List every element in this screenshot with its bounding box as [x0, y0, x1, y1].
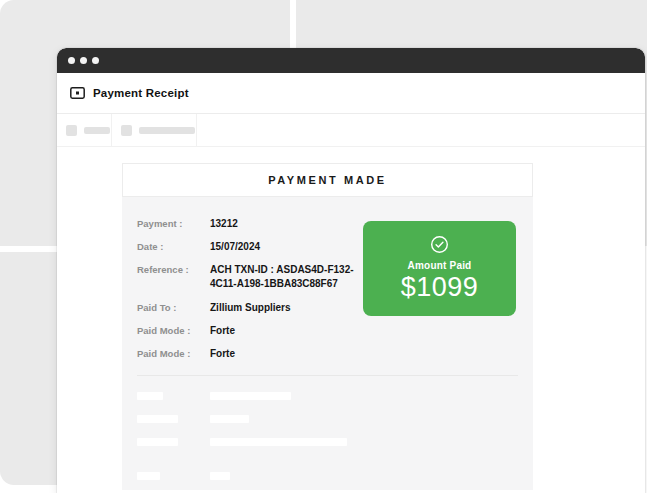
detail-label: Paid To : [137, 302, 210, 314]
skeleton-section [137, 392, 518, 490]
app-header: Payment Receipt [57, 73, 645, 114]
tab-placeholder-1[interactable] [57, 114, 112, 146]
skeleton-bar [210, 472, 230, 480]
page-title: Payment Receipt [93, 87, 189, 99]
skeleton-row [137, 472, 518, 480]
window-control-maximize-icon[interactable] [92, 57, 99, 64]
amount-paid-label: Amount Paid [408, 260, 472, 271]
tab-strip [57, 114, 645, 147]
browser-window: Payment Receipt PAYMENT MADE Payment : 1… [57, 48, 645, 493]
skeleton-row [137, 415, 518, 423]
section-divider [137, 375, 518, 376]
detail-label: Date : [137, 241, 210, 253]
detail-value: ACH TXN-ID : ASDAS4D-F132-4C11-A198-1BBA… [210, 263, 362, 291]
detail-label: Payment : [137, 218, 210, 230]
skeleton-row [137, 438, 518, 446]
detail-value: 15/07/2024 [210, 241, 260, 253]
tab-label-placeholder [139, 127, 195, 134]
window-titlebar [57, 48, 645, 73]
skeleton-bar [210, 392, 291, 400]
window-control-minimize-icon[interactable] [80, 57, 87, 64]
detail-value: Zillium Suppliers [210, 302, 291, 314]
tab-label-placeholder [84, 127, 110, 134]
receipt-body: Payment : 13212 Date : 15/07/2024 Refere… [122, 197, 533, 490]
skeleton-row [137, 392, 518, 400]
tab-icon-placeholder [66, 125, 77, 136]
detail-value: Forte [210, 348, 235, 360]
check-circle-icon [430, 235, 449, 254]
receipt-title: PAYMENT MADE [268, 174, 387, 186]
detail-label: Reference : [137, 264, 210, 276]
detail-row-paid-mode: Paid Mode : Forte [137, 325, 518, 337]
amount-paid-card: Amount Paid $1099 [363, 221, 516, 316]
detail-label: Paid Mode : [137, 325, 210, 337]
receipt-header: PAYMENT MADE [122, 163, 533, 197]
amount-paid-value: $1099 [401, 272, 479, 303]
detail-value: 13212 [210, 218, 238, 230]
detail-label: Paid Mode : [137, 348, 210, 360]
receipt-card: PAYMENT MADE Payment : 13212 Date : 15/0… [122, 163, 533, 490]
window-control-close-icon[interactable] [68, 57, 75, 64]
tab-placeholder-2[interactable] [112, 114, 197, 146]
tab-icon-placeholder [121, 125, 132, 136]
detail-value: Forte [210, 325, 235, 337]
payment-receipt-icon [70, 87, 85, 99]
detail-row-paid-mode-2: Paid Mode : Forte [137, 348, 518, 360]
skeleton-bar [210, 438, 347, 446]
skeleton-bar [210, 415, 249, 423]
